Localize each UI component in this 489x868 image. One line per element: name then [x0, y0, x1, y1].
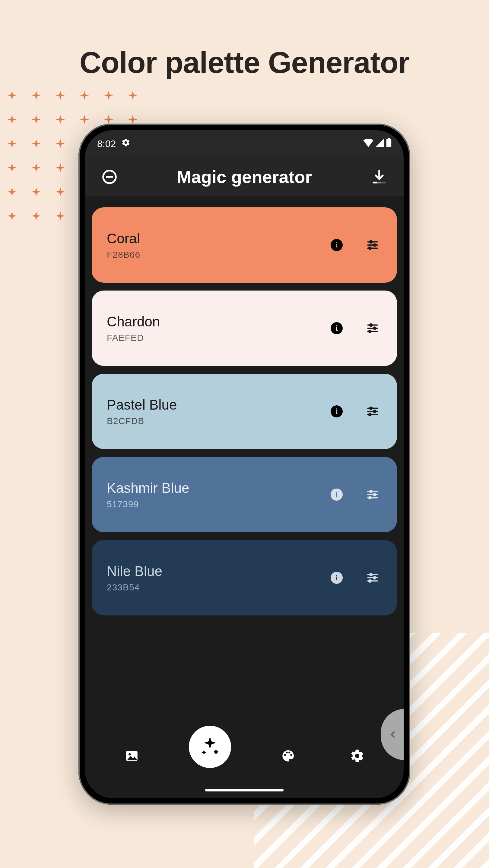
svg-point-35	[128, 753, 131, 755]
svg-point-27	[369, 497, 371, 499]
color-card[interactable]: Kashmir Blue 517399 i	[92, 457, 397, 532]
tune-icon[interactable]	[366, 239, 379, 251]
wifi-icon	[363, 138, 373, 150]
color-hex: B2CFDB	[107, 416, 330, 426]
nav-settings[interactable]	[345, 744, 369, 768]
battery-icon	[386, 138, 392, 150]
color-hex: FAEFED	[107, 333, 330, 343]
svg-point-5	[370, 241, 372, 243]
info-icon[interactable]: i	[330, 239, 343, 251]
home-indicator	[205, 789, 284, 792]
info-icon[interactable]: i	[330, 489, 343, 501]
color-card[interactable]: Pastel Blue B2CFDB i	[92, 374, 397, 449]
status-bar: 8:02	[85, 130, 404, 157]
phone-screen: 8:02 Magic generat	[85, 130, 404, 798]
color-hex: F28B66	[107, 250, 330, 260]
tune-icon[interactable]	[366, 488, 379, 501]
svg-point-9	[369, 247, 371, 250]
tune-icon[interactable]	[366, 322, 379, 335]
nav-gallery[interactable]	[120, 744, 144, 768]
svg-rect-1	[387, 138, 390, 139]
svg-point-33	[369, 580, 371, 582]
content-area: Coral F28B66 i Chardon FAEFED i	[85, 196, 404, 798]
color-name: Chardon	[107, 313, 330, 330]
svg-rect-0	[386, 139, 391, 147]
svg-point-19	[373, 410, 376, 412]
svg-point-15	[369, 330, 371, 333]
download-button[interactable]	[366, 168, 393, 185]
svg-point-29	[370, 574, 372, 576]
svg-point-13	[373, 327, 376, 330]
svg-point-11	[370, 324, 372, 327]
signal-icon	[375, 138, 384, 150]
app-bar-title: Magic generator	[123, 167, 366, 187]
tune-icon[interactable]	[366, 405, 379, 418]
app-bar: Magic generator	[85, 157, 404, 196]
color-card[interactable]: Coral F28B66 i	[92, 207, 397, 283]
color-hex: 233B54	[107, 582, 330, 592]
bottom-nav	[85, 726, 404, 786]
color-name: Coral	[107, 230, 330, 247]
color-name: Nile Blue	[107, 563, 330, 579]
page-title: Color palette Generator	[0, 45, 489, 80]
svg-point-23	[370, 490, 372, 493]
color-name: Pastel Blue	[107, 397, 330, 413]
color-card[interactable]: Chardon FAEFED i	[92, 290, 397, 366]
color-hex: 517399	[107, 499, 330, 509]
svg-point-17	[370, 407, 372, 410]
info-icon[interactable]: i	[330, 572, 343, 584]
tune-icon[interactable]	[366, 571, 379, 584]
svg-point-25	[373, 493, 376, 496]
svg-point-7	[373, 244, 376, 246]
svg-point-21	[369, 413, 371, 416]
phone-frame: 8:02 Magic generat	[79, 124, 410, 805]
svg-point-31	[373, 577, 376, 579]
status-time: 8:02	[97, 138, 116, 150]
color-name: Kashmir Blue	[107, 480, 330, 496]
nav-palette[interactable]	[276, 744, 300, 768]
info-icon[interactable]: i	[330, 405, 343, 417]
gear-icon	[121, 138, 130, 150]
color-card[interactable]: Nile Blue 233B54 i	[92, 540, 397, 615]
info-icon[interactable]: i	[330, 322, 343, 334]
nav-magic-fab[interactable]	[189, 726, 231, 768]
do-not-disturb-icon[interactable]	[96, 168, 123, 185]
